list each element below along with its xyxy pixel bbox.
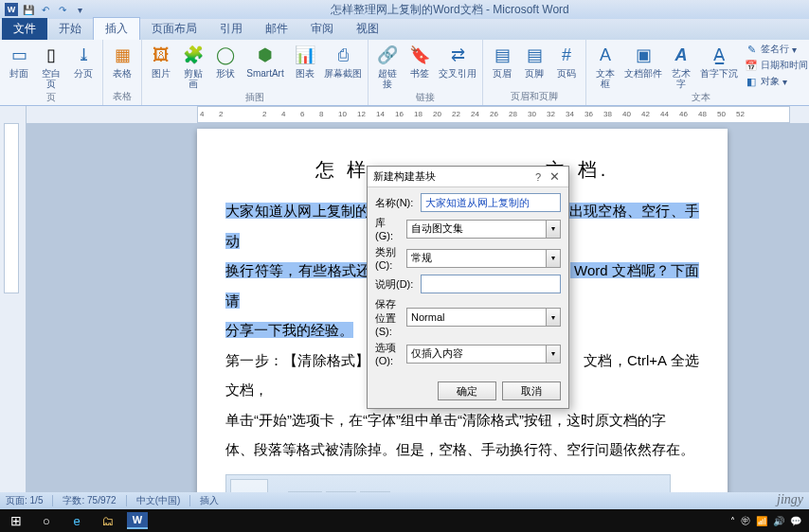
dropcap-button[interactable]: A̲首字下沉: [698, 42, 740, 80]
dialog-title: 新建构建基块: [373, 169, 530, 184]
clipart-button[interactable]: 🧩剪贴画: [178, 42, 208, 91]
ruler-area: 42 2468 10121416 18202224 26283032 34363…: [0, 106, 809, 123]
signature-line-button[interactable]: ✎签名行 ▾: [742, 42, 809, 57]
object-icon: ◧: [745, 75, 758, 88]
gallery-label: 库(G):: [375, 216, 403, 241]
category-label: 类别(C):: [375, 245, 403, 271]
close-icon[interactable]: ✕: [546, 169, 563, 184]
tray-volume-icon[interactable]: 🔊: [773, 516, 784, 526]
shapes-button[interactable]: ◯形状: [210, 42, 241, 80]
group-headerfooter-label: 页眉和页脚: [487, 90, 582, 105]
cancel-button[interactable]: 取消: [502, 381, 561, 400]
name-label: 名称(N):: [375, 196, 417, 210]
blank-page-button[interactable]: ▯空白页: [36, 42, 66, 91]
file-explorer-icon[interactable]: 🗂: [93, 510, 121, 531]
quickparts-button[interactable]: ▣文档部件: [622, 42, 664, 80]
title-bar: W 💾 ↶ ↷ ▾ 怎样整理网上复制的Word文档 - Microsoft Wo…: [0, 0, 809, 19]
dialog-titlebar[interactable]: 新建构建基块 ? ✕: [368, 167, 568, 187]
smartart-button[interactable]: ⬢SmartArt: [243, 42, 288, 80]
tray-ime-icon[interactable]: ㊥: [741, 514, 750, 527]
name-input[interactable]: [421, 193, 561, 212]
watermark: jingy: [777, 492, 803, 507]
ribbon-tabs: 文件 开始 插入 页面布局 引用 邮件 审阅 视图: [0, 19, 809, 40]
category-select[interactable]: [406, 249, 546, 268]
group-text-label: 文本: [590, 91, 809, 106]
status-insertmode[interactable]: 插入: [200, 494, 219, 507]
tab-review[interactable]: 审阅: [299, 18, 345, 40]
picture-button[interactable]: 🖼图片: [146, 42, 176, 80]
vertical-ruler[interactable]: [4, 123, 19, 293]
tray-network-icon[interactable]: 📶: [756, 516, 767, 526]
create-building-block-dialog: 新建构建基块 ? ✕ 名称(N): 库(G): ▾ 类别(C): ▾ 说明(D)…: [367, 166, 569, 409]
signature-icon: ✎: [745, 43, 758, 56]
tab-view[interactable]: 视图: [345, 18, 390, 40]
help-icon[interactable]: ?: [530, 171, 546, 183]
table-button[interactable]: ▦表格: [107, 42, 137, 80]
chevron-down-icon[interactable]: ▾: [546, 220, 561, 239]
chart-button[interactable]: 📊图表: [290, 42, 320, 80]
tray-notifications-icon[interactable]: 💬: [790, 516, 801, 526]
tab-mailings[interactable]: 邮件: [254, 18, 299, 40]
word-taskbar-icon[interactable]: W: [123, 510, 152, 531]
tab-insert[interactable]: 插入: [93, 17, 140, 40]
page-break-button[interactable]: ⤓分页: [68, 42, 99, 80]
status-wordcount[interactable]: 字数: 75/972: [63, 494, 116, 507]
hyperlink-button[interactable]: 🔗超链接: [372, 42, 403, 91]
word-app-icon[interactable]: W: [4, 2, 19, 17]
tray-up-icon[interactable]: ˄: [730, 516, 735, 526]
quick-access-toolbar: W 💾 ↶ ↷ ▾: [0, 2, 91, 17]
description-input[interactable]: [421, 275, 561, 293]
savein-select[interactable]: [406, 308, 546, 327]
window-title: 怎样整理网上复制的Word文档 - Microsoft Word: [91, 2, 809, 18]
start-button[interactable]: ⊞: [2, 510, 30, 531]
system-tray[interactable]: ˄ ㊥ 📶 🔊 💬: [730, 514, 807, 527]
status-page[interactable]: 页面: 1/5: [6, 494, 43, 507]
status-bar: 页面: 1/5 字数: 75/972 中文(中国) 插入: [0, 492, 809, 509]
crossref-button[interactable]: ⇄交叉引用: [437, 42, 478, 80]
bookmark-button[interactable]: 🔖书签: [404, 42, 435, 80]
undo-icon[interactable]: ↶: [38, 2, 53, 17]
group-illustrations-label: 插图: [146, 91, 364, 106]
gallery-select[interactable]: [406, 220, 546, 239]
vertical-ruler-gutter: [0, 123, 27, 509]
pagenum-button[interactable]: #页码: [551, 42, 582, 80]
tab-references[interactable]: 引用: [208, 18, 254, 40]
description-label: 说明(D):: [375, 277, 417, 292]
group-links-label: 链接: [372, 91, 478, 106]
savein-label: 保存位置(S):: [375, 297, 403, 337]
tab-file[interactable]: 文件: [2, 18, 47, 40]
cortana-icon[interactable]: ○: [32, 510, 61, 531]
ribbon-insert: ▭封面 ▯空白页 ⤓分页 页 ▦表格 表格 🖼图片 🧩剪贴画 ◯形状 ⬢Smar…: [0, 40, 809, 106]
wordart-button[interactable]: A艺术字: [666, 42, 696, 91]
ok-button[interactable]: 确定: [438, 381, 496, 400]
edge-icon[interactable]: e: [63, 510, 91, 531]
chevron-down-icon[interactable]: ▾: [546, 308, 561, 327]
taskbar: ⊞ ○ e 🗂 W ˄ ㊥ 📶 🔊 💬: [0, 509, 809, 532]
status-language[interactable]: 中文(中国): [136, 494, 181, 507]
save-icon[interactable]: 💾: [21, 2, 36, 17]
tab-home[interactable]: 开始: [47, 18, 93, 40]
header-button[interactable]: ▤页眉: [487, 42, 517, 80]
screenshot-button[interactable]: ⎙屏幕截图: [322, 42, 364, 80]
textbox-button[interactable]: A文本框: [590, 42, 620, 91]
calendar-icon: 📅: [745, 59, 758, 72]
object-button[interactable]: ◧对象 ▾: [742, 74, 809, 89]
horizontal-ruler[interactable]: 42 2468 10121416 18202224 26283032 34363…: [197, 106, 790, 123]
datetime-button[interactable]: 📅日期和时间: [742, 58, 809, 73]
footer-button[interactable]: ▤页脚: [519, 42, 549, 80]
chevron-down-icon[interactable]: ▾: [546, 345, 561, 364]
qat-customize-icon[interactable]: ▾: [72, 2, 87, 17]
tab-layout[interactable]: 页面布局: [140, 18, 208, 40]
redo-icon[interactable]: ↷: [55, 2, 70, 17]
group-tables-label: 表格: [107, 90, 137, 105]
options-select[interactable]: [406, 345, 546, 364]
group-pages-label: 页: [4, 91, 99, 106]
cover-page-button[interactable]: ▭封面: [4, 42, 34, 80]
chevron-down-icon[interactable]: ▾: [546, 249, 561, 268]
options-label: 选项(O):: [375, 341, 403, 366]
